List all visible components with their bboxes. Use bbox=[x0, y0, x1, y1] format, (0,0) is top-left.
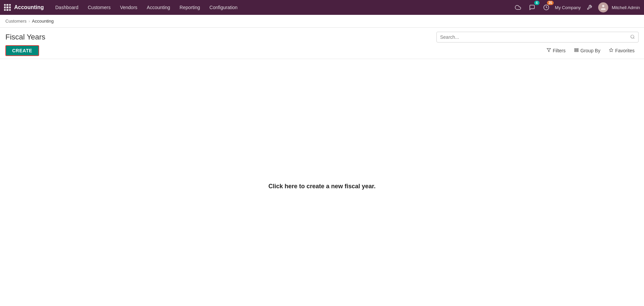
chat-badge: 4 bbox=[534, 1, 540, 5]
groupby-button[interactable]: Group By bbox=[570, 47, 604, 55]
breadcrumb-separator: › bbox=[29, 19, 30, 24]
svg-point-2 bbox=[631, 35, 634, 38]
username[interactable]: Mitchell Admin bbox=[612, 5, 640, 10]
breadcrumb-customers[interactable]: Customers bbox=[5, 19, 27, 24]
toolbar-row: CREATE Filters Group By bbox=[5, 45, 639, 59]
activity-badge: 35 bbox=[547, 1, 553, 5]
search-icon[interactable] bbox=[630, 34, 635, 40]
filters-button[interactable]: Filters bbox=[543, 47, 570, 55]
top-navigation: Accounting Dashboard Customers Vendors A… bbox=[0, 0, 644, 15]
grid-icon[interactable] bbox=[4, 4, 11, 11]
svg-marker-8 bbox=[610, 48, 613, 52]
empty-state-message[interactable]: Click here to create a new fiscal year. bbox=[268, 183, 375, 190]
svg-rect-5 bbox=[575, 49, 578, 49]
topnav-right: 4 35 My Company Mitchell Admin bbox=[513, 2, 640, 13]
chat-icon-btn[interactable]: 4 bbox=[527, 2, 538, 13]
search-bar[interactable] bbox=[436, 32, 639, 43]
favorites-button[interactable]: Favorites bbox=[605, 47, 639, 55]
page-title: Fiscal Years bbox=[5, 33, 45, 41]
groupby-icon bbox=[574, 48, 579, 53]
avatar[interactable] bbox=[598, 2, 608, 12]
nav-configuration[interactable]: Configuration bbox=[205, 0, 242, 15]
nav-vendors[interactable]: Vendors bbox=[115, 0, 142, 15]
search-input[interactable] bbox=[440, 34, 630, 40]
cloud-icon-btn[interactable] bbox=[513, 2, 523, 13]
svg-line-3 bbox=[634, 37, 635, 38]
breadcrumb-accounting[interactable]: Accounting bbox=[32, 19, 54, 24]
star-icon bbox=[609, 48, 613, 53]
nav-reporting[interactable]: Reporting bbox=[175, 0, 205, 15]
svg-point-1 bbox=[602, 5, 605, 7]
main-content[interactable]: Click here to create a new fiscal year. bbox=[0, 59, 644, 306]
filter-icon bbox=[547, 48, 551, 53]
favorites-label: Favorites bbox=[615, 48, 635, 53]
nav-customers[interactable]: Customers bbox=[83, 0, 116, 15]
svg-marker-4 bbox=[547, 49, 551, 52]
filters-label: Filters bbox=[553, 48, 565, 53]
breadcrumb: Customers › Accounting bbox=[0, 15, 644, 28]
activity-icon-btn[interactable]: 35 bbox=[541, 2, 552, 13]
nav-dashboard[interactable]: Dashboard bbox=[51, 0, 83, 15]
company-name[interactable]: My Company bbox=[555, 5, 581, 10]
top-menu: Dashboard Customers Vendors Accounting R… bbox=[51, 0, 511, 15]
groupby-label: Group By bbox=[580, 48, 600, 53]
svg-rect-7 bbox=[575, 51, 578, 52]
nav-accounting[interactable]: Accounting bbox=[142, 0, 175, 15]
app-brand[interactable]: Accounting bbox=[14, 4, 44, 10]
svg-rect-6 bbox=[575, 50, 578, 50]
page-header: Fiscal Years CREATE Filters bbox=[0, 28, 644, 59]
wrench-icon-btn[interactable] bbox=[584, 2, 595, 13]
filter-controls: Filters Group By Favorites bbox=[543, 47, 639, 55]
create-button[interactable]: CREATE bbox=[5, 45, 39, 56]
